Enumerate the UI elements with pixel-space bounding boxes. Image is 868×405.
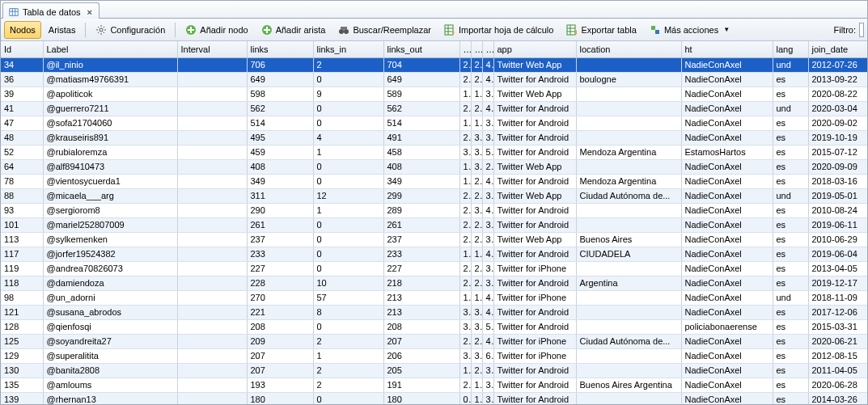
cell-links_out[interactable]: 213 — [383, 290, 459, 305]
cell-links[interactable]: 562 — [247, 101, 313, 116]
cell-label[interactable]: @vientosycuerda1 — [43, 174, 177, 188]
cell-join[interactable]: 2019-06-11 — [808, 217, 867, 232]
cell-label[interactable]: @damiendoza — [43, 276, 177, 290]
table-row[interactable]: 88@micaela___arg31112299223Twitter Web A… — [1, 188, 867, 203]
column-header-interval[interactable]: Interval — [177, 41, 247, 57]
cell-join[interactable]: 2018-03-16 — [808, 174, 867, 188]
cell-join[interactable]: 2010-08-24 — [808, 203, 867, 217]
cell-ht[interactable]: policiabonaerense — [681, 319, 773, 334]
cell-id[interactable]: 47 — [1, 116, 43, 130]
table-row[interactable]: 93@sergiorom82901289234Twitter for Andro… — [1, 203, 867, 217]
cell-links[interactable]: 270 — [247, 290, 313, 305]
cell-location[interactable]: Mendoza Argentina — [576, 145, 681, 159]
cell-links_in[interactable]: 2 — [313, 334, 383, 348]
cell-id[interactable]: 93 — [1, 203, 43, 217]
table-row[interactable]: 125@soyandreita272092207224Twitter for i… — [1, 334, 867, 348]
cell-c3[interactable]: 4 — [482, 57, 493, 72]
cell-label[interactable]: @apoliticok — [43, 86, 177, 101]
add-edge-button[interactable]: Añadir arista — [256, 21, 332, 39]
cell-lang[interactable]: es — [773, 232, 808, 247]
cell-label[interactable]: @sergiorom8 — [43, 203, 177, 217]
cell-lang[interactable]: es — [773, 174, 808, 188]
cell-id[interactable]: 34 — [1, 57, 43, 72]
cell-links_in[interactable]: 0 — [313, 319, 383, 334]
cell-join[interactable]: 2020-08-22 — [808, 86, 867, 101]
cell-links_in[interactable]: 57 — [313, 290, 383, 305]
column-header-c3[interactable]: … — [482, 41, 493, 57]
cell-c2[interactable]: 2 — [471, 232, 482, 247]
cell-ht[interactable]: NadieConAxel — [681, 290, 773, 305]
cell-label[interactable]: @krauseiris891 — [43, 130, 177, 145]
cell-id[interactable]: 129 — [1, 348, 43, 363]
cell-interval[interactable] — [177, 57, 247, 72]
cell-id[interactable]: 118 — [1, 276, 43, 290]
cell-label[interactable]: @superalitita — [43, 348, 177, 363]
cell-links_out[interactable]: 408 — [383, 159, 459, 174]
column-header-join[interactable]: join_date — [808, 41, 867, 57]
cell-c3[interactable]: 4 — [482, 203, 493, 217]
cell-c3[interactable]: 4 — [482, 72, 493, 86]
cell-label[interactable]: @matiasm49766391 — [43, 72, 177, 86]
cell-id[interactable]: 36 — [1, 72, 43, 86]
column-header-c2[interactable]: … — [471, 41, 482, 57]
cell-app[interactable]: Twitter for iPhone — [493, 348, 576, 363]
cell-interval[interactable] — [177, 188, 247, 203]
cell-lang[interactable]: es — [773, 247, 808, 261]
cell-ht[interactable]: NadieConAxel — [681, 378, 773, 392]
cell-links[interactable]: 261 — [247, 217, 313, 232]
cell-ht[interactable]: NadieConAxel — [681, 247, 773, 261]
cell-links_in[interactable]: 8 — [313, 305, 383, 319]
cell-c2[interactable]: 3 — [471, 203, 482, 217]
table-row[interactable]: 101@mariel2528070092610261223Twitter for… — [1, 217, 867, 232]
cell-app[interactable]: Twitter for Android — [493, 101, 576, 116]
cell-c2[interactable]: 2 — [471, 217, 482, 232]
cell-c3[interactable]: 5 — [482, 319, 493, 334]
cell-interval[interactable] — [177, 363, 247, 378]
cell-c3[interactable]: 4 — [482, 334, 493, 348]
cell-interval[interactable] — [177, 305, 247, 319]
cell-links_in[interactable]: 0 — [313, 247, 383, 261]
cell-c2[interactable]: 2 — [471, 261, 482, 276]
cell-c2[interactable]: 2 — [471, 363, 482, 378]
cell-join[interactable]: 2010-06-29 — [808, 232, 867, 247]
cell-location[interactable]: Buenos Aires — [576, 232, 681, 247]
cell-location[interactable] — [576, 319, 681, 334]
cell-label[interactable]: @rubialoremza — [43, 145, 177, 159]
add-node-button[interactable]: Añadir nodo — [180, 21, 253, 39]
cell-ht[interactable]: NadieConAxel — [681, 188, 773, 203]
cell-interval[interactable] — [177, 334, 247, 348]
cell-c3[interactable]: 4 — [482, 174, 493, 188]
table-row[interactable]: 135@amloums1932191213Twitter for Android… — [1, 378, 867, 392]
column-header-links_out[interactable]: links_out — [383, 41, 459, 57]
cell-id[interactable]: 88 — [1, 188, 43, 203]
cell-join[interactable]: 2013-09-22 — [808, 72, 867, 86]
cell-ht[interactable]: NadieConAxel — [681, 174, 773, 188]
cell-links_out[interactable]: 514 — [383, 116, 459, 130]
cell-c2[interactable]: 3 — [471, 130, 482, 145]
cell-location[interactable]: Buenos Aires Argentina — [576, 378, 681, 392]
cell-links[interactable]: 237 — [247, 232, 313, 247]
cell-links_in[interactable]: 0 — [313, 72, 383, 86]
cell-ht[interactable]: EstamosHartos — [681, 145, 773, 159]
column-header-ht[interactable]: ht — [681, 41, 773, 57]
table-row[interactable]: 118@damiendoza22810218223Twitter for And… — [1, 276, 867, 290]
cell-app[interactable]: Twitter Web App — [493, 232, 576, 247]
cell-join[interactable]: 2015-07-12 — [808, 145, 867, 159]
cell-c3[interactable]: 3 — [482, 232, 493, 247]
cell-links_in[interactable]: 2 — [313, 363, 383, 378]
cell-c3[interactable]: 4 — [482, 247, 493, 261]
cell-links_in[interactable]: 2 — [313, 378, 383, 392]
cell-lang[interactable]: und — [773, 101, 808, 116]
cell-c2[interactable]: 1 — [471, 86, 482, 101]
cell-join[interactable]: 2020-06-21 — [808, 334, 867, 348]
cell-app[interactable]: Twitter Web App — [493, 188, 576, 203]
cell-links_in[interactable]: 9 — [313, 86, 383, 101]
cell-links_out[interactable]: 218 — [383, 276, 459, 290]
cell-links[interactable]: 706 — [247, 57, 313, 72]
cell-c1[interactable]: 1 — [459, 159, 471, 174]
cell-c2[interactable]: 3 — [471, 159, 482, 174]
cell-lang[interactable]: es — [773, 392, 808, 405]
cell-links[interactable]: 180 — [247, 392, 313, 405]
cell-c1[interactable]: 3 — [459, 145, 471, 159]
cell-location[interactable] — [576, 203, 681, 217]
